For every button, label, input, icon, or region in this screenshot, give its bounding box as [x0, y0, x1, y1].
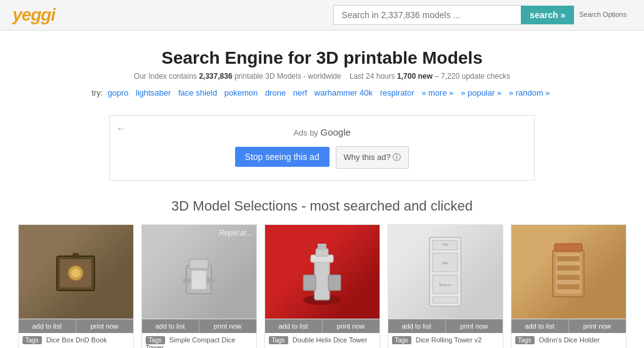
model-tags-1: Tags Dice Box DnD Book	[19, 333, 133, 347]
tag-label-1: Tags	[23, 336, 42, 344]
model-thumbnail-1	[51, 247, 101, 297]
model-grid: add to list print now Tags Dice Box DnD …	[13, 224, 631, 348]
model-card-2: Replicat... add to list print now Tags S…	[141, 224, 257, 348]
watermark-2: Replicat...	[219, 229, 252, 237]
try-link-respirator[interactable]: respirator	[380, 88, 415, 97]
model-actions-5: add to list print now	[511, 319, 626, 333]
add-to-list-btn-2[interactable]: add to list	[142, 319, 199, 333]
try-links-section: try: gopro lightsaber face shield pokemo…	[13, 88, 631, 97]
subtitle-prefix: Our Index contains	[134, 72, 197, 81]
svg-rect-28	[557, 275, 580, 280]
tag-label-4: Tags	[392, 336, 411, 344]
svg-rect-8	[191, 271, 206, 289]
tag-label-5: Tags	[515, 336, 535, 344]
try-link-drone[interactable]: drone	[265, 88, 286, 97]
svg-rect-4	[73, 253, 79, 258]
hero-subtitle: Our Index contains 2,337,836 printable 3…	[13, 72, 631, 81]
print-now-btn-1[interactable]: print now	[76, 319, 133, 333]
ad-buttons: Stop seeing this ad Why this ad? ⓘ	[121, 146, 523, 169]
print-now-btn-4[interactable]: print now	[446, 319, 503, 333]
subtitle-suffix-text: printable 3D Models - worldwide	[234, 72, 341, 81]
ad-back-arrow[interactable]: ←	[116, 123, 126, 134]
why-ad-button[interactable]: Why this ad? ⓘ	[336, 146, 410, 169]
google-text: Google	[321, 127, 351, 137]
svg-rect-20	[433, 297, 458, 303]
model-name-5: Odinn's Dice Holder	[539, 336, 600, 344]
model-image-1	[19, 225, 133, 319]
try-label: try:	[91, 88, 103, 97]
selections-heading: 3D Model Selections - most searched and …	[13, 198, 631, 214]
selections-section: 3D Model Selections - most searched and …	[0, 192, 644, 348]
ad-section: ← Ads by Google Stop seeing this ad Why …	[109, 115, 535, 181]
svg-point-3	[71, 269, 80, 277]
search-form: search » Search Options	[333, 5, 631, 25]
model-tags-3: Tags Double Helix Dice Tower	[265, 333, 380, 347]
model-card-3: add to list print now Tags Double Helix …	[264, 224, 380, 348]
model-image-2: Replicat...	[142, 225, 256, 319]
subtitle-count: 2,337,836	[199, 72, 232, 81]
svg-rect-13	[318, 244, 326, 250]
add-to-list-btn-5[interactable]: add to list	[511, 319, 569, 333]
model-name-3: Double Helix Dice Tower	[293, 336, 368, 344]
try-link-gopro[interactable]: gopro	[108, 88, 128, 97]
svg-rect-14	[303, 275, 316, 291]
ads-by-text: Ads by	[293, 128, 318, 137]
try-link-random[interactable]: » random »	[509, 88, 550, 97]
add-to-list-btn-4[interactable]: add to list	[388, 319, 446, 333]
print-now-btn-5[interactable]: print now	[569, 319, 626, 333]
print-now-btn-2[interactable]: print now	[199, 319, 256, 333]
model-tags-2: Tags Simple Compact Dice Tower	[142, 333, 256, 348]
model-actions-3: add to list print now	[265, 319, 380, 333]
model-name-4: Dice Rolling Tower v2	[416, 336, 482, 344]
try-link-pokemon[interactable]: pokemon	[224, 88, 258, 97]
subtitle-last24: Last 24 hours	[350, 72, 395, 81]
svg-rect-26	[557, 256, 580, 261]
search-options-button[interactable]: Search Options	[574, 11, 631, 19]
try-link-lightsaber[interactable]: lightsaber	[136, 88, 171, 97]
svg-text:Top: Top	[442, 242, 448, 246]
model-card-1: add to list print now Tags Dice Box DnD …	[18, 224, 134, 348]
model-card-4: Top Mid Bottom add to list print now Tag…	[388, 224, 503, 348]
model-image-4: Top Mid Bottom	[388, 225, 503, 319]
subtitle-checks: – 7,220 update checks	[435, 72, 510, 81]
model-thumbnail-3	[297, 237, 347, 306]
ads-by-google: Ads by Google	[121, 127, 523, 137]
svg-rect-15	[328, 275, 341, 291]
tag-label-3: Tags	[269, 336, 288, 344]
logo[interactable]: yeggi	[13, 5, 55, 25]
hero-section: Search Engine for 3D printable Models Ou…	[0, 31, 644, 104]
model-thumbnail-4: Top Mid Bottom	[417, 234, 473, 309]
svg-text:Mid: Mid	[442, 261, 448, 265]
try-link-popular[interactable]: » popular »	[461, 88, 501, 97]
search-input[interactable]	[333, 5, 521, 25]
model-image-3	[265, 225, 380, 319]
hero-title: Search Engine for 3D printable Models	[13, 48, 631, 68]
add-to-list-btn-1[interactable]: add to list	[19, 319, 76, 333]
model-actions-2: add to list print now	[142, 319, 256, 333]
subtitle-new: 1,700 new	[397, 72, 433, 81]
model-tags-5: Tags Odinn's Dice Holder	[511, 333, 626, 347]
model-name-1: Dice Box DnD Book	[46, 336, 107, 344]
try-link-more[interactable]: » more »	[421, 88, 453, 97]
svg-rect-6	[189, 259, 208, 269]
model-thumbnail-5	[543, 237, 593, 306]
model-actions-1: add to list print now	[19, 319, 133, 333]
header: yeggi search » Search Options	[0, 0, 644, 31]
model-thumbnail-2	[174, 241, 224, 303]
model-actions-4: add to list print now	[388, 319, 503, 333]
stop-ad-button[interactable]: Stop seeing this ad	[235, 147, 330, 167]
svg-rect-27	[557, 266, 580, 271]
print-now-btn-3[interactable]: print now	[323, 319, 380, 333]
model-card-5: add to list print now Tags Odinn's Dice …	[511, 224, 626, 348]
try-link-faceshield[interactable]: face shield	[178, 88, 217, 97]
try-link-nerf[interactable]: nerf	[293, 88, 307, 97]
svg-rect-29	[557, 284, 580, 289]
why-ad-text: Why this ad?	[344, 152, 391, 162]
model-image-5	[511, 225, 626, 319]
try-link-warhammer[interactable]: warhammer 40k	[314, 88, 373, 97]
model-tags-4: Tags Dice Rolling Tower v2	[388, 333, 503, 347]
search-button[interactable]: search »	[521, 6, 574, 24]
add-to-list-btn-3[interactable]: add to list	[265, 319, 323, 333]
svg-text:Bottom: Bottom	[439, 283, 451, 287]
info-icon: ⓘ	[393, 152, 401, 162]
